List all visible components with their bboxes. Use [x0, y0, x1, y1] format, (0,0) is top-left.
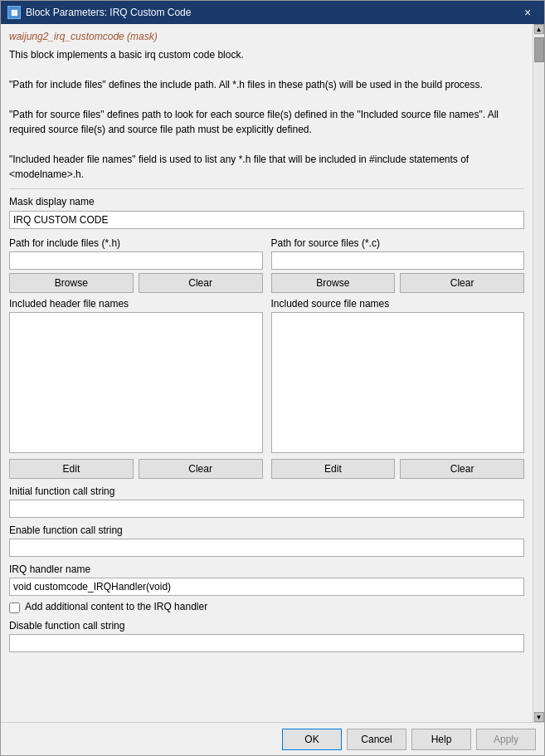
disable-call-section: Disable function call string [9, 620, 524, 652]
initial-call-label: Initial function call string [9, 485, 524, 497]
content-area: waijung2_irq_customcode (mask) This bloc… [1, 24, 533, 722]
scroll-down-button[interactable]: ▼ [534, 712, 544, 722]
mask-display-input[interactable] [9, 211, 524, 229]
header-edit-button[interactable]: Edit [9, 459, 134, 479]
source-names-textarea[interactable] [271, 312, 525, 453]
add-content-row: Add additional content to the IRQ handle… [9, 601, 524, 615]
footer: OK Cancel Help Apply [1, 722, 544, 755]
close-button[interactable]: × [518, 4, 538, 21]
source-names-col: Included source file names Edit Clear [271, 298, 525, 479]
apply-button[interactable]: Apply [476, 729, 536, 750]
header-names-label: Included header file names [9, 298, 263, 310]
include-clear-button[interactable]: Clear [139, 273, 263, 293]
add-content-label: Add additional content to the IRQ handle… [25, 601, 207, 612]
source-clear-button[interactable]: Clear [400, 273, 524, 293]
main-window: ▦ Block Parameters: IRQ Custom Code × wa… [0, 0, 545, 756]
scroll-up-button[interactable]: ▲ [534, 24, 544, 34]
source-edit-button[interactable]: Edit [271, 459, 396, 479]
window-title: Block Parameters: IRQ Custom Code [26, 7, 518, 18]
source-files-col: Path for source files (*.c) Browse Clear [271, 237, 525, 293]
irq-handler-input[interactable] [9, 578, 524, 596]
initial-call-input[interactable] [9, 500, 524, 518]
source-files-label: Path for source files (*.c) [271, 237, 525, 249]
divider1 [9, 188, 524, 189]
enable-call-section: Enable function call string [9, 524, 524, 557]
source-browse-button[interactable]: Browse [271, 273, 396, 293]
desc-line2: "Path for include files" defines the inc… [9, 77, 524, 92]
window-icon: ▦ [7, 6, 21, 19]
header-names-col: Included header file names Edit Clear [9, 298, 263, 479]
scroll-thumb[interactable] [534, 37, 544, 62]
ok-button[interactable]: OK [282, 729, 342, 750]
cancel-button[interactable]: Cancel [347, 729, 406, 750]
title-bar: ▦ Block Parameters: IRQ Custom Code × [1, 1, 544, 24]
window-body: waijung2_irq_customcode (mask) This bloc… [1, 24, 544, 722]
irq-handler-label: IRQ handler name [9, 563, 524, 575]
initial-call-section: Initial function call string [9, 485, 524, 518]
source-names-label: Included source file names [271, 298, 525, 310]
irq-handler-section: IRQ handler name [9, 563, 524, 596]
help-button[interactable]: Help [411, 729, 471, 750]
header-clear-button[interactable]: Clear [139, 459, 263, 479]
desc-line1: This block implements a basic irq custom… [9, 47, 524, 62]
source-clear-button[interactable]: Clear [400, 459, 524, 479]
include-files-label: Path for include files (*.h) [9, 237, 263, 249]
disable-call-input[interactable] [9, 634, 524, 652]
desc-line4: "Included header file names" field is us… [9, 152, 524, 182]
mask-name: waijung2_irq_customcode (mask) [9, 31, 524, 42]
header-names-textarea[interactable] [9, 312, 263, 453]
source-files-input[interactable] [271, 251, 525, 270]
scroll-track [534, 34, 544, 712]
disable-call-label: Disable function call string [9, 620, 524, 632]
enable-call-input[interactable] [9, 539, 524, 557]
add-content-checkbox[interactable] [9, 602, 20, 613]
include-files-input[interactable] [9, 251, 263, 270]
include-browse-button[interactable]: Browse [9, 273, 134, 293]
desc-line3: "Path for source files" defines path to … [9, 107, 524, 137]
mask-display-label: Mask display name [9, 196, 524, 207]
include-files-col: Path for include files (*.h) Browse Clea… [9, 237, 263, 293]
enable-call-label: Enable function call string [9, 524, 524, 536]
scrollbar[interactable]: ▲ ▼ [533, 24, 544, 722]
